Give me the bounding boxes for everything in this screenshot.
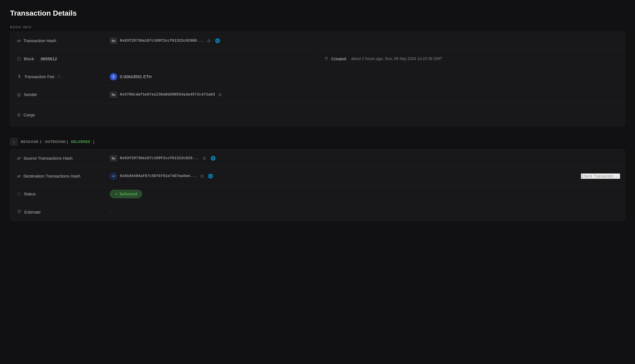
destination-hash-row: ⇄ Destination Transactions Hash ◈ 0x8104…	[10, 167, 625, 185]
cargo-icon: ⊙	[17, 112, 21, 118]
estimate-row: ⏱ Estimate -	[10, 203, 625, 221]
transaction-hash-value: Se 0x83f29730a187c109f2ccf61322c82988...…	[105, 37, 625, 44]
copy-destination-hash-button[interactable]: ⧉	[200, 173, 204, 179]
source-hash-row: ⇄ Source Transactions Hash Se 0x83f29730…	[10, 149, 625, 167]
transaction-hash-row: ⇄ Transaction Hash Se 0x83f29730a187c109…	[10, 32, 625, 50]
globe-destination-hash-button[interactable]: 🌐	[207, 173, 214, 179]
copy-hash-button[interactable]: ⧉	[207, 37, 211, 44]
source-hash-value: Se 0x83f29730a187c109f2ccf61322c829... ⧉…	[105, 155, 625, 162]
source-hash-text: 0x83f29730a187c109f2ccf61322c829...	[120, 156, 199, 160]
sender-se-badge: Se	[110, 92, 117, 98]
block-number: 6655612	[41, 56, 57, 61]
globe-source-hash-button[interactable]: 🌐	[210, 155, 217, 162]
message-status-badge: DELIVERED	[71, 140, 90, 144]
basic-info-table: ⇄ Transaction Hash Se 0x83f29730a187c109…	[10, 32, 625, 126]
destination-hash-label: Destination Transactions Hash	[23, 174, 80, 178]
dollar-icon: ＄	[17, 74, 22, 80]
message-header-label: MESSAGE 1 · OUTBOUND [	[21, 140, 68, 144]
status-icon: ◌	[17, 191, 21, 197]
eth-icon: Ξ	[110, 73, 117, 80]
message-section: ↑ MESSAGE 1 · OUTBOUND [ DELIVERED ] ⇄ S…	[10, 134, 625, 221]
transaction-hash-label: Transaction Hash	[23, 38, 56, 43]
delivered-text: Delivered	[120, 192, 137, 196]
status-label: Status	[24, 191, 36, 196]
delivered-badge: ✓ Delivered	[110, 190, 142, 198]
fee-info-icon[interactable]: ⓘ	[57, 74, 61, 79]
block-right: ⏱ Created about 2 hours ago, Sun, 08 Sep…	[318, 50, 625, 68]
transaction-fee-row: ＄ Transaction Fee ⓘ Ξ 0.00643591 ETH	[10, 68, 625, 86]
check-transaction-button[interactable]: Check Transaction ↓	[581, 173, 620, 179]
transaction-hash-key: ⇄ Transaction Hash	[10, 38, 105, 43]
message-table: ⇄ Source Transactions Hash Se 0x83f29730…	[10, 149, 625, 221]
transaction-fee-label: Transaction Fee	[24, 74, 55, 79]
source-hash-key: ⇄ Source Transactions Hash	[10, 155, 105, 161]
estimate-dash: -	[110, 210, 111, 214]
fee-amount: 0.00643591 ETH	[120, 74, 151, 79]
copy-source-hash-button[interactable]: ⧉	[202, 155, 207, 162]
destination-hash-value: ◈ 0x8104494af87c5070761e7407ea5ee... ⧉ 🌐…	[105, 173, 625, 180]
block-row: ⬡ Block 6655612 ⏱ Created about 2 hours …	[10, 50, 625, 68]
section-label: BASIC INFO	[10, 25, 625, 29]
copy-sender-button[interactable]: ⧉	[218, 91, 222, 98]
status-row: ◌ Status ✓ Delivered	[10, 185, 625, 203]
arrows-icon: ⇄	[17, 38, 21, 43]
cargo-key: ⊙ Cargo	[10, 112, 105, 118]
se-badge: Se	[110, 38, 117, 44]
sender-row: ◎ Sender Se 0x5766cdaf1e67e1236a8d208554…	[10, 86, 625, 104]
message-arrow-icon: ↑	[10, 138, 18, 146]
destination-hash-text: 0x8104494af87c5070761e7407ea5ee...	[120, 174, 197, 178]
sender-icon: ◎	[17, 92, 21, 97]
destination-hash-key: ⇄ Destination Transactions Hash	[10, 173, 105, 179]
block-label: Block	[24, 56, 34, 61]
message-header: ↑ MESSAGE 1 · OUTBOUND [ DELIVERED ]	[10, 134, 625, 149]
sender-value: Se 0x5766cdaf1e67e1236a8d208554a3a4572c4…	[105, 91, 625, 98]
transaction-hash-text: 0x83f29730a187c109f2ccf61322c82988...	[120, 39, 204, 43]
transaction-fee-value: Ξ 0.00643591 ETH	[105, 73, 625, 80]
source-hash-label: Source Transactions Hash	[23, 156, 73, 161]
sender-address: 0x5766cdaf1e67e1236a8d208554a3a4572c471a…	[120, 92, 215, 97]
estimate-value: -	[105, 210, 625, 214]
status-value: ✓ Delivered	[105, 190, 625, 198]
estimate-label: Estimate	[24, 210, 41, 214]
block-key: ⬡ Block	[17, 56, 34, 61]
created-time: about 2 hours ago, Sun, 08 Sep 2024 14:2…	[351, 56, 442, 61]
sender-key: ◎ Sender	[10, 92, 105, 97]
sender-label: Sender	[24, 92, 37, 97]
block-left: ⬡ Block 6655612	[10, 50, 318, 68]
box-icon: ⬡	[17, 56, 21, 61]
arb-badge: ◈	[110, 173, 117, 180]
clock-icon: ⏱	[324, 56, 328, 61]
check-transaction-icon: ↓	[615, 174, 617, 178]
estimate-key: ⏱ Estimate	[10, 209, 105, 214]
status-key: ◌ Status	[10, 191, 105, 197]
source-arrows-icon: ⇄	[17, 155, 21, 161]
destination-arrows-icon: ⇄	[17, 173, 21, 179]
cargo-row: ⊙ Cargo Use layerzero as a module for cr…	[10, 104, 625, 126]
check-transaction-label: Check Transaction	[581, 174, 614, 178]
page-title: Transaction Details	[10, 9, 625, 18]
delivered-check-icon: ✓	[115, 192, 118, 196]
cargo-label: Cargo	[23, 112, 35, 117]
transaction-fee-key: ＄ Transaction Fee ⓘ	[10, 74, 105, 80]
globe-hash-button[interactable]: 🌐	[214, 37, 221, 44]
source-se-badge: Se	[110, 155, 117, 161]
estimate-icon: ⏱	[17, 209, 22, 214]
message-header-end: ]	[93, 140, 94, 144]
created-label: Created	[331, 56, 346, 61]
